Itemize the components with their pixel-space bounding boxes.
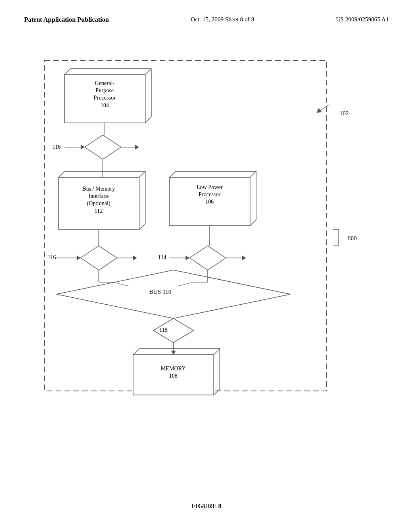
label-116-lower: 116 <box>48 254 56 261</box>
svg-marker-31 <box>190 246 226 270</box>
svg-line-21 <box>250 171 256 177</box>
svg-line-51 <box>133 349 139 355</box>
figure-caption: FIGURE 8 <box>0 503 413 510</box>
svg-line-2 <box>145 69 151 75</box>
label-114: 114 <box>158 254 166 261</box>
label-118: 118 <box>159 326 167 334</box>
svg-marker-26 <box>81 246 117 270</box>
svg-line-24 <box>169 171 175 177</box>
patent-number-label: US 2009/0259865 A1 <box>336 16 389 23</box>
diagram-container: General-PurposeProcessor104 116 Bus / Me… <box>32 52 363 455</box>
svg-marker-11 <box>81 145 85 150</box>
svg-line-49 <box>214 389 220 395</box>
gpp-label: General-PurposeProcessor104 <box>65 80 144 109</box>
label-800: 800 <box>348 235 357 243</box>
date-sheet-label: Oct. 15, 2009 Sheet 8 of 8 <box>191 16 254 23</box>
svg-line-5 <box>65 69 71 75</box>
label-102: 102 <box>340 110 349 118</box>
label-116-upper: 116 <box>52 143 60 151</box>
svg-marker-28 <box>77 256 81 260</box>
svg-line-16 <box>139 224 145 230</box>
svg-marker-36 <box>56 270 290 318</box>
svg-line-48 <box>214 349 220 355</box>
svg-line-22 <box>250 220 256 226</box>
memory-label: MEMORY108 <box>134 365 213 380</box>
svg-line-18 <box>58 171 65 177</box>
svg-marker-46 <box>171 351 176 355</box>
page-header: Patent Application Publication Oct. 15, … <box>0 0 413 23</box>
publication-label: Patent Application Publication <box>24 16 109 23</box>
bus-mem-label: Bus / MemoryInterface(Optional)112 <box>59 185 138 215</box>
svg-marker-33 <box>186 256 190 260</box>
lpp-label: Low PowerProcessor106 <box>170 184 249 206</box>
svg-line-3 <box>145 117 151 123</box>
svg-line-15 <box>139 171 145 177</box>
svg-marker-13 <box>135 145 139 150</box>
svg-marker-30 <box>133 256 137 260</box>
svg-marker-8 <box>317 108 322 113</box>
svg-marker-35 <box>242 256 246 260</box>
svg-marker-9 <box>85 135 121 159</box>
bus-label: BUS 110 <box>149 288 171 296</box>
